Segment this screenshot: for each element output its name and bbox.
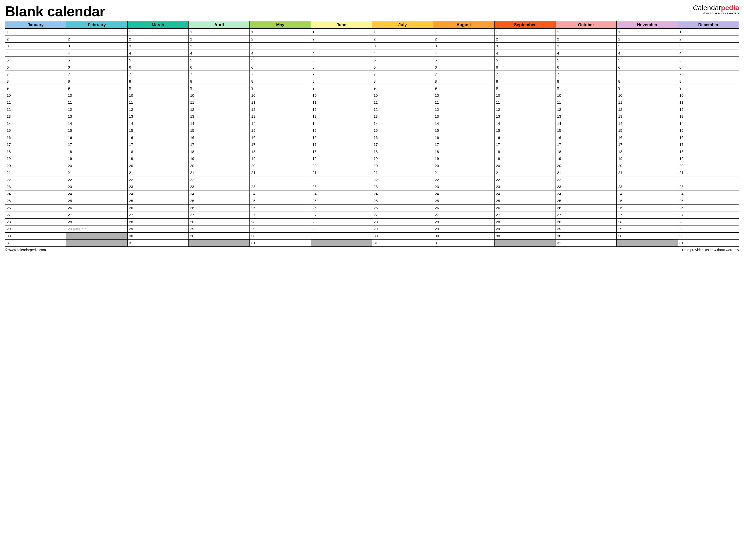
day-cell: 2 [127,36,189,43]
day-cell: 17 [555,141,617,148]
day-row: 282828282828282828282828 [5,218,739,225]
day-cell: 15 [5,127,66,134]
day-cell: 16 [678,134,739,141]
day-cell: 7 [433,71,494,78]
day-row: 242424242424242424242424 [5,190,739,197]
day-row: 262626262626262626262626 [5,204,739,212]
day-cell: 29 [311,225,372,233]
day-cell: 27 [66,212,127,219]
day-cell: 22 [66,176,127,183]
day-cell: 30 [311,232,372,239]
day-cell: 16 [372,134,433,141]
day-cell: 15 [311,127,372,134]
day-row: 212121212121212121212121 [5,169,739,176]
day-cell: 6 [372,64,433,71]
month-header: March [127,21,189,29]
footer: © www.calendarpedia.com Data provided 'a… [5,248,739,252]
day-cell: 1 [617,29,678,36]
day-cell: 3 [189,43,250,50]
day-cell: 12 [127,106,189,113]
day-cell: 25 [127,197,189,204]
day-cell: 14 [250,120,311,127]
day-cell: 28 [494,218,555,225]
day-cell: 30 [5,232,66,239]
header: Blank calendar Calendarpedia Your source… [5,3,739,20]
day-cell: 13 [66,113,127,120]
day-cell: 6 [494,64,555,71]
day-cell: 20 [189,162,250,169]
day-cell: 14 [678,120,739,127]
day-cell: 17 [250,141,311,148]
day-cell: 8 [311,78,372,85]
day-cell: 8 [678,78,739,85]
day-cell: 9 [494,85,555,92]
day-cell: 29 [555,225,617,233]
day-row: 111111111111111111111111 [5,99,739,106]
day-cell: 21 [189,169,250,176]
day-cell: 26 [127,204,189,212]
calendar-body: 1111111111112222222222223333333333334444… [5,29,739,247]
day-cell: 13 [127,113,189,120]
day-cell: 18 [617,148,678,155]
day-cell: 17 [127,141,189,148]
day-cell: 21 [678,169,739,176]
day-cell: 12 [372,106,433,113]
day-cell: 15 [433,127,494,134]
day-row: 181818181818181818181818 [5,148,739,155]
month-header: December [678,21,739,29]
day-cell: 14 [66,120,127,127]
day-cell: 4 [189,49,250,57]
day-cell: 29 [250,225,311,233]
blank-cell [494,239,555,247]
day-cell: 30 [250,232,311,239]
day-cell: 20 [66,162,127,169]
day-cell: 8 [555,78,617,85]
day-cell: 17 [189,141,250,148]
day-cell: 14 [127,120,189,127]
day-row: 3030303030303030303030 [5,232,739,239]
day-cell: 23 [678,183,739,190]
day-cell: 22 [189,176,250,183]
day-cell: 16 [66,134,127,141]
day-cell: 2 [555,36,617,43]
day-cell: 23 [372,183,433,190]
day-cell: 25 [678,197,739,204]
day-cell: 15 [494,127,555,134]
day-cell: 28 [617,218,678,225]
blank-cell [189,239,250,247]
day-cell: 12 [5,106,66,113]
day-cell: 20 [494,162,555,169]
day-cell: 1 [127,29,189,36]
day-cell: 8 [433,78,494,85]
day-cell: 9 [617,85,678,92]
day-cell: 6 [311,64,372,71]
day-cell: 16 [189,134,250,141]
blank-cell [66,232,127,239]
footer-disclaimer: Data provided 'as is' without warranty [682,248,739,252]
day-cell: 28 [66,218,127,225]
day-cell: 4 [5,49,66,57]
day-cell: 30 [372,232,433,239]
day-row: 222222222222222222222222 [5,176,739,183]
day-cell: 31 [127,239,189,247]
day-cell: 1 [494,29,555,36]
day-cell: 3 [433,43,494,50]
day-cell: 30 [127,232,189,239]
day-cell: 11 [494,99,555,106]
month-header: July [372,21,433,29]
day-row: 777777777777 [5,71,739,78]
day-cell: 23 [494,183,555,190]
day-cell: 16 [617,134,678,141]
day-cell: 30 [678,232,739,239]
day-cell: 1 [5,29,66,36]
day-cell: 10 [250,92,311,99]
day-cell: 7 [250,71,311,78]
day-row: 151515151515151515151515 [5,127,739,134]
day-cell: 21 [5,169,66,176]
day-row: 222222222222 [5,36,739,43]
day-cell: 27 [127,212,189,219]
day-cell: 2 [617,36,678,43]
day-row: 202020202020202020202020 [5,162,739,169]
day-cell: 28 [250,218,311,225]
brand-tagline: Your source for calendars [693,11,739,15]
